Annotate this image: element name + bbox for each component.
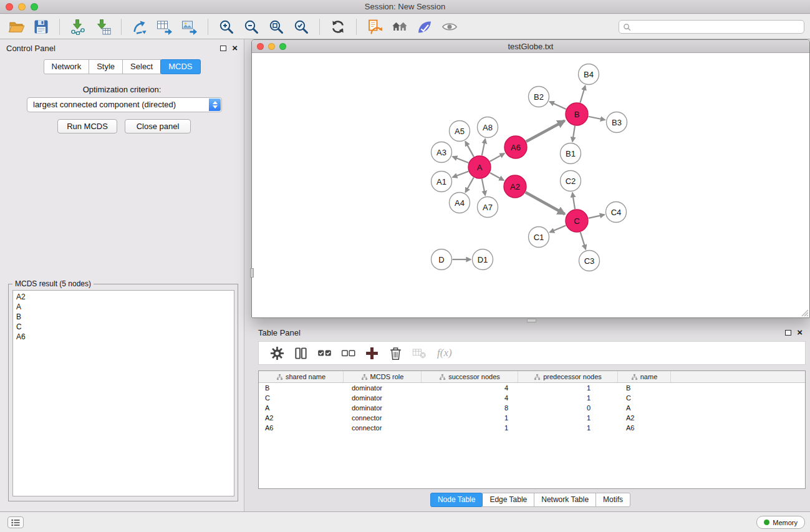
close-table-panel-icon[interactable]: × bbox=[797, 329, 803, 336]
result-item[interactable]: A6 bbox=[16, 332, 231, 342]
node-B3[interactable]: B3 bbox=[607, 112, 627, 133]
node-C2[interactable]: C2 bbox=[561, 171, 581, 191]
zoom-selected-icon[interactable] bbox=[292, 17, 311, 36]
run-mcds-button[interactable]: Run MCDS bbox=[57, 119, 117, 133]
node-B1[interactable]: B1 bbox=[561, 143, 581, 164]
tab-network[interactable]: Network bbox=[43, 59, 89, 74]
zoom-out-icon[interactable] bbox=[242, 17, 261, 36]
close-window-button[interactable] bbox=[6, 3, 13, 11]
node-C[interactable]: C bbox=[566, 210, 588, 232]
edge-A-A2[interactable] bbox=[490, 173, 504, 180]
network-window-titlebar[interactable]: testGlobe.txt bbox=[252, 40, 809, 53]
result-item[interactable]: A2 bbox=[16, 292, 231, 302]
edge-C-C3[interactable] bbox=[581, 232, 586, 249]
edge-B-B3[interactable] bbox=[589, 117, 605, 120]
column-header-shared-name[interactable]: shared name bbox=[259, 371, 344, 382]
edge-A-A3[interactable] bbox=[453, 157, 469, 163]
search-box[interactable] bbox=[619, 20, 804, 34]
node-A4[interactable]: A4 bbox=[450, 193, 470, 213]
search-input[interactable] bbox=[634, 22, 800, 31]
node-C4[interactable]: C4 bbox=[606, 202, 627, 223]
export-image-icon[interactable] bbox=[180, 17, 199, 36]
node-A3[interactable]: A3 bbox=[432, 142, 452, 163]
zoom-network-window-button[interactable] bbox=[279, 43, 286, 50]
minimize-window-button[interactable] bbox=[18, 3, 26, 11]
result-item[interactable]: C bbox=[16, 322, 231, 332]
network-overview-icon[interactable] bbox=[390, 17, 409, 36]
splitter-handle-left[interactable] bbox=[250, 268, 254, 278]
node-A8[interactable]: A8 bbox=[478, 117, 498, 138]
edge-A-A4[interactable] bbox=[465, 178, 473, 193]
network-view[interactable]: B4B2BB3A5A8A6B1A3AC2A1A2A4A7C4CC1C3DD1 bbox=[252, 53, 809, 317]
graphics-details-icon[interactable] bbox=[440, 17, 459, 36]
splitter-handle-bottom[interactable] bbox=[527, 319, 536, 322]
float-panel-icon[interactable] bbox=[220, 46, 226, 51]
import-network-icon[interactable] bbox=[69, 17, 87, 36]
refresh-layout-icon[interactable] bbox=[329, 17, 347, 36]
node-A6[interactable]: A6 bbox=[504, 136, 527, 158]
tab-edge-table[interactable]: Edge Table bbox=[482, 493, 534, 507]
column-header-name[interactable]: name bbox=[618, 371, 671, 382]
zoom-fit-icon[interactable] bbox=[267, 17, 286, 36]
node-A[interactable]: A bbox=[468, 156, 491, 178]
tab-motifs[interactable]: Motifs bbox=[595, 493, 630, 507]
annotations-icon[interactable] bbox=[415, 17, 434, 36]
column-header-mcds-role[interactable]: MCDS role bbox=[344, 371, 422, 382]
network-canvas[interactable]: B4B2BB3A5A8A6B1A3AC2A1A2A4A7C4CC1C3DD1 bbox=[252, 53, 809, 317]
edge-C-C4[interactable] bbox=[589, 215, 605, 218]
deselect-all-icon[interactable] bbox=[339, 344, 357, 362]
tab-style[interactable]: Style bbox=[89, 59, 123, 74]
column-header-predecessor-nodes[interactable]: predecessor nodes bbox=[518, 371, 618, 382]
edge-A-A1[interactable] bbox=[453, 172, 468, 178]
function-builder-button[interactable]: f(x) bbox=[437, 347, 452, 359]
delete-row-icon[interactable] bbox=[386, 344, 405, 362]
node-D[interactable]: D bbox=[432, 249, 452, 270]
zoom-in-icon[interactable] bbox=[217, 17, 236, 36]
export-table-icon[interactable] bbox=[155, 17, 174, 36]
node-B4[interactable]: B4 bbox=[579, 64, 599, 85]
edge-A-A8[interactable] bbox=[482, 139, 485, 156]
column-header-successor-nodes[interactable]: successor nodes bbox=[422, 371, 518, 382]
close-network-window-button[interactable] bbox=[257, 43, 264, 50]
save-session-icon[interactable] bbox=[32, 17, 51, 36]
node-C1[interactable]: C1 bbox=[529, 227, 549, 248]
table-row[interactable]: A6connector11A6 bbox=[259, 423, 805, 433]
edge-C-C2[interactable] bbox=[572, 193, 575, 209]
edge-B-B2[interactable] bbox=[549, 102, 566, 109]
edge-A-A5[interactable] bbox=[465, 142, 474, 157]
tab-network-table[interactable]: Network Table bbox=[534, 493, 596, 507]
result-item[interactable]: B bbox=[16, 312, 231, 322]
table-row[interactable]: Bdominator41B bbox=[259, 383, 805, 393]
node-A1[interactable]: A1 bbox=[432, 172, 452, 192]
node-B2[interactable]: B2 bbox=[529, 87, 549, 107]
memory-button[interactable]: Memory bbox=[756, 516, 805, 529]
zoom-window-button[interactable] bbox=[31, 3, 38, 11]
edge-C-C1[interactable] bbox=[549, 225, 566, 232]
node-B[interactable]: B bbox=[566, 103, 588, 125]
resize-grip-icon[interactable] bbox=[801, 309, 809, 317]
node-C3[interactable]: C3 bbox=[579, 251, 600, 271]
table-row[interactable]: Adominator80A bbox=[259, 403, 805, 413]
first-neighbors-icon[interactable] bbox=[365, 17, 384, 36]
table-row[interactable]: Cdominator41C bbox=[259, 393, 805, 403]
edge-B-B1[interactable] bbox=[572, 126, 575, 142]
open-file-icon[interactable] bbox=[7, 17, 26, 36]
show-columns-icon[interactable] bbox=[291, 344, 310, 362]
node-A5[interactable]: A5 bbox=[450, 121, 470, 142]
delete-table-icon[interactable] bbox=[410, 344, 428, 362]
task-history-button[interactable] bbox=[7, 516, 24, 528]
tab-node-table[interactable]: Node Table bbox=[430, 493, 483, 507]
minimize-network-window-button[interactable] bbox=[268, 43, 275, 50]
edge-B-B4[interactable] bbox=[580, 85, 585, 103]
tab-mcds[interactable]: MCDS bbox=[160, 59, 200, 74]
tab-select[interactable]: Select bbox=[122, 59, 161, 74]
float-table-panel-icon[interactable] bbox=[785, 330, 791, 336]
node-D1[interactable]: D1 bbox=[473, 249, 493, 270]
edge-A6-B[interactable] bbox=[526, 120, 565, 141]
edge-A-A6[interactable] bbox=[490, 153, 504, 162]
new-network-icon[interactable] bbox=[130, 17, 149, 36]
edge-A-A7[interactable] bbox=[482, 179, 485, 196]
node-A2[interactable]: A2 bbox=[504, 175, 526, 198]
result-item[interactable]: A bbox=[16, 302, 231, 312]
node-A7[interactable]: A7 bbox=[478, 197, 498, 218]
